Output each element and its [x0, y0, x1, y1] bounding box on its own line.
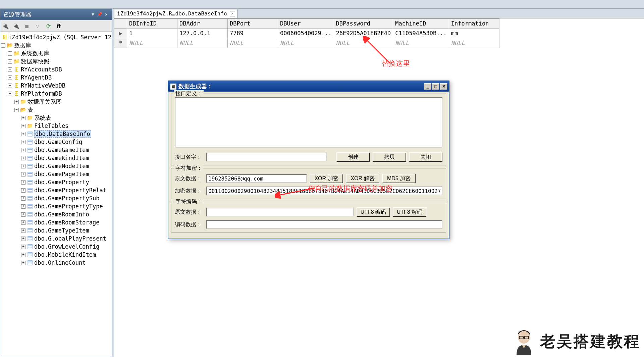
grid-cell-null[interactable]: NULL — [334, 38, 393, 48]
tree-toggle[interactable]: + — [21, 228, 25, 233]
grid-cell[interactable]: 000600540029... — [278, 29, 334, 38]
tree-table-dbo-GameKindItem[interactable]: +dbo.GameKindItem — [0, 154, 112, 162]
utf8-decode-button[interactable]: UTF8 解码 — [393, 207, 426, 217]
grid-cell-null[interactable]: NULL — [278, 38, 334, 48]
tree-toggle[interactable]: − — [14, 108, 19, 112]
close-icon[interactable]: ✕ — [103, 12, 109, 18]
tab-close-icon[interactable]: ✕ — [230, 11, 235, 16]
tree-toggle[interactable]: + — [21, 220, 25, 225]
tree-table-dbo-GamePropertyRelat[interactable]: +dbo.GamePropertyRelat — [0, 186, 112, 194]
tree-file-tables[interactable]: +FileTables — [0, 122, 112, 130]
column-DBInfoID[interactable]: DBInfoID — [127, 19, 177, 29]
column-DBUser[interactable]: DBUser — [278, 19, 334, 29]
tree-toggle[interactable]: + — [21, 164, 25, 168]
column-DBPort[interactable]: DBPort — [228, 19, 278, 29]
tree-db-diagram[interactable]: +数据库关系图 — [0, 98, 112, 106]
dropdown-icon[interactable]: ▼ — [90, 12, 96, 18]
tree-toggle[interactable]: + — [8, 51, 12, 56]
plain-data-field[interactable] — [206, 174, 307, 183]
column-DBPassword[interactable]: DBPassword — [334, 19, 393, 29]
disconnect-icon[interactable]: 🔌 — [12, 22, 20, 30]
connect-icon[interactable]: 🔌 — [2, 22, 9, 30]
tree-databases[interactable]: −数据库 — [0, 41, 112, 49]
tree-toggle[interactable]: − — [8, 92, 12, 96]
pin-icon[interactable]: 📌 — [97, 12, 103, 18]
column-Information[interactable]: Information — [449, 19, 499, 29]
grid-cell-null[interactable]: NULL — [127, 38, 177, 48]
tree-toggle[interactable]: + — [14, 100, 19, 104]
delete-icon[interactable]: 🗑 — [55, 22, 63, 30]
tree-toggle[interactable]: + — [21, 261, 25, 265]
tree-db-RYNativeWebDB[interactable]: +RYNativeWebDB — [0, 82, 112, 90]
grid-cell-null[interactable]: NULL — [228, 38, 278, 48]
tree-table-dbo-GamePageItem[interactable]: +dbo.GamePageItem — [0, 170, 112, 178]
tree-toggle[interactable]: + — [21, 204, 25, 209]
encoded-data-field[interactable] — [206, 220, 442, 229]
tree-toggle[interactable]: + — [21, 116, 25, 120]
tree-table-dbo-GlobalPlayPresent[interactable]: +dbo.GlobalPlayPresent — [0, 235, 112, 243]
tree-db-RYAccountsDB[interactable]: +RYAccountsDB — [0, 65, 112, 73]
filter-icon[interactable]: ▽ — [34, 22, 41, 30]
grid-new-row-marker[interactable]: * — [114, 38, 127, 48]
tree-toggle[interactable]: + — [8, 75, 12, 80]
tree-toggle[interactable]: + — [21, 196, 25, 201]
tree-toggle[interactable]: + — [8, 59, 12, 64]
tree-table-dbo-GameRoomInfo[interactable]: +dbo.GameRoomInfo — [0, 210, 112, 218]
tree-toggle[interactable]: + — [21, 172, 25, 176]
tree-table-dbo-MobileKindItem[interactable]: +dbo.MobileKindItem — [0, 251, 112, 259]
grid-cell[interactable]: mm — [449, 29, 499, 38]
tree-db-snapshots[interactable]: +数据库快照 — [0, 57, 112, 65]
tree-table-dbo-DataBaseInfo[interactable]: +dbo.DataBaseInfo — [0, 130, 112, 138]
tree-table-dbo-OnlineCount[interactable]: +dbo.OnlineCount — [0, 259, 112, 267]
encrypted-data-field[interactable] — [206, 187, 442, 195]
tree-toggle[interactable]: + — [21, 253, 25, 257]
object-tree[interactable]: iZd19e3f4o2pjwZ (SQL Server 12.0.20−数据库+… — [0, 32, 112, 357]
tree-db-RYPlatformDB[interactable]: −RYPlatformDB — [0, 90, 112, 98]
grid-cell-null[interactable]: NULL — [449, 38, 499, 48]
minimize-icon[interactable]: _ — [424, 83, 431, 90]
grid-cell[interactable]: 127.0.0.1 — [177, 29, 228, 38]
grid-cell[interactable]: C110594A53DB... — [393, 29, 449, 38]
interface-textarea[interactable] — [175, 97, 442, 148]
tree-system-tables[interactable]: +系统表 — [0, 114, 112, 122]
tree-table-dbo-GameNodeItem[interactable]: +dbo.GameNodeItem — [0, 162, 112, 170]
grid-row-marker[interactable]: ▶ — [114, 29, 127, 38]
tree-table-dbo-GamePropertyType[interactable]: +dbo.GamePropertyType — [0, 202, 112, 210]
close-button[interactable]: 关闭 — [409, 152, 442, 162]
grid-cell[interactable]: 26E92D5A01EB2F4D — [334, 29, 393, 38]
tree-table-dbo-GamePropertySub[interactable]: +dbo.GamePropertySub — [0, 194, 112, 202]
utf8-encode-button[interactable]: UTF8 编码 — [357, 207, 390, 217]
tree-table-dbo-GrowLevelConfig[interactable]: +dbo.GrowLevelConfig — [0, 243, 112, 251]
tree-toggle[interactable]: + — [21, 212, 25, 217]
xor-encrypt-button[interactable]: XOR 加密 — [310, 174, 343, 183]
tree-table-dbo-GameConfig[interactable]: +dbo.GameConfig — [0, 138, 112, 146]
tree-toggle[interactable]: − — [1, 43, 5, 48]
interface-name-field[interactable] — [206, 153, 327, 161]
tree-table-dbo-GameRoomStorage[interactable]: +dbo.GameRoomStorage — [0, 218, 112, 226]
grid-cell[interactable]: 7789 — [228, 29, 278, 38]
column-MachineID[interactable]: MachineID — [393, 19, 449, 29]
md5-encrypt-button[interactable]: MD5 加密 — [382, 174, 416, 183]
tree-table-dbo-GameProperty[interactable]: +dbo.GameProperty — [0, 178, 112, 186]
tree-toggle[interactable]: + — [21, 245, 25, 249]
tree-toggle[interactable]: + — [21, 237, 25, 241]
tree-toggle[interactable]: + — [21, 156, 25, 160]
tab-databaseinfo[interactable]: iZd19e3f4o2pjwZ.R…dbo.DataBaseInfo ✕ — [114, 9, 237, 18]
data-grid[interactable]: DBInfoIDDBAddrDBPortDBUserDBPasswordMach… — [114, 18, 499, 48]
column-DBAddr[interactable]: DBAddr — [177, 19, 228, 29]
grid-cell-null[interactable]: NULL — [177, 38, 228, 48]
xor-decrypt-button[interactable]: XOR 解密 — [346, 174, 379, 183]
tree-tables[interactable]: −表 — [0, 106, 112, 114]
dialog-title-bar[interactable]: 🖥 数据生成器： _ □ ✕ — [168, 81, 449, 92]
maximize-icon[interactable]: □ — [432, 83, 439, 90]
tree-db-RYAgentDB[interactable]: +RYAgentDB — [0, 73, 112, 82]
refresh-icon[interactable]: ⟳ — [45, 22, 52, 30]
stop-icon[interactable]: ■ — [23, 22, 31, 30]
grid-cell-null[interactable]: NULL — [393, 38, 449, 48]
dialog-close-icon[interactable]: ✕ — [440, 83, 447, 90]
tree-system-databases[interactable]: +系统数据库 — [0, 49, 112, 57]
object-explorer-title-bar[interactable]: 资源管理器 ▼ 📌 ✕ — [0, 9, 112, 20]
tree-toggle[interactable]: + — [21, 140, 25, 144]
tree-toggle[interactable]: + — [8, 84, 12, 88]
tree-toggle[interactable]: + — [8, 67, 12, 72]
